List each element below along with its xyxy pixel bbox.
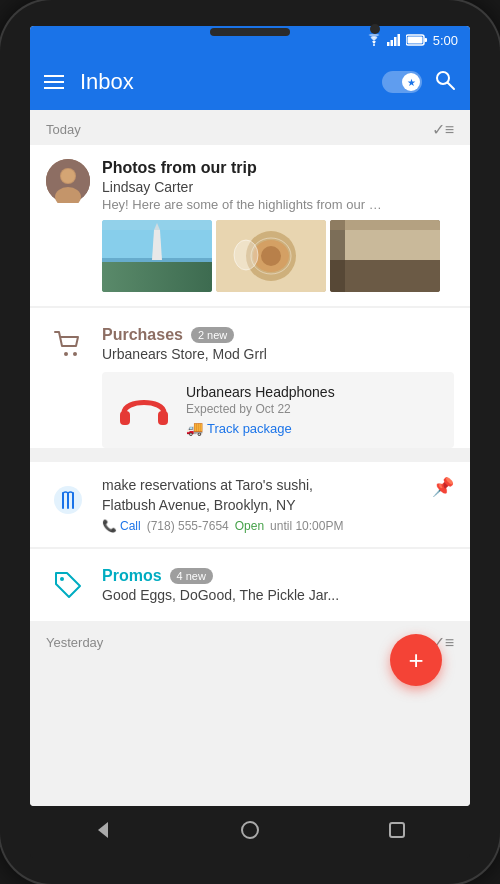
svg-rect-29 — [330, 220, 345, 292]
compose-fab[interactable]: + — [390, 634, 442, 686]
email-preview: Hey! Here are some of the highlights fro… — [102, 197, 382, 212]
svg-point-31 — [64, 352, 68, 356]
track-package-link[interactable]: 🚚 Track package — [186, 420, 442, 436]
star-toggle-button[interactable]: ★ — [382, 71, 422, 93]
purchases-title: Purchases — [102, 326, 183, 344]
svg-rect-2 — [390, 40, 393, 46]
svg-rect-30 — [330, 220, 440, 230]
svg-rect-42 — [390, 823, 404, 837]
headphones-image — [114, 385, 174, 435]
status-time: 5:00 — [433, 33, 458, 48]
purchases-info: Purchases 2 new Urbanears Store, Mod Grr… — [102, 326, 454, 362]
email-subject: Photos from our trip — [102, 159, 454, 177]
promos-title-row: Promos 4 new — [102, 567, 454, 585]
svg-rect-7 — [407, 37, 422, 44]
promos-title: Promos — [102, 567, 162, 585]
content-area: Today ✓≡ Photos f — [30, 110, 470, 806]
photo-3-image — [330, 220, 440, 292]
email-sender: Lindsay Carter — [102, 179, 454, 195]
phone-speaker — [210, 28, 290, 36]
purchases-subtitle: Urbanears Store, Mod Grrl — [102, 346, 454, 362]
photo-strip — [30, 220, 470, 306]
phone-frame: 5:00 Inbox ★ — [0, 0, 500, 884]
headphones-svg — [116, 385, 172, 435]
svg-point-32 — [73, 352, 77, 356]
headphones-details: Urbanears Headphones Expected by Oct 22 … — [186, 384, 442, 436]
photo-thumb-3 — [330, 220, 440, 292]
reminder-icon — [46, 476, 90, 520]
photo-thumb-1 — [102, 220, 212, 292]
star-toggle-knob: ★ — [402, 73, 420, 91]
svg-rect-1 — [387, 42, 390, 46]
wifi-icon — [366, 34, 382, 46]
promos-info: Promos 4 new Good Eggs, DoGood, The Pick… — [102, 567, 454, 603]
tag-icon-svg — [53, 570, 83, 600]
signal-icon — [387, 34, 401, 46]
promos-card[interactable]: Promos 4 new Good Eggs, DoGood, The Pick… — [30, 549, 470, 621]
svg-point-23 — [261, 246, 281, 266]
photo-2-image — [216, 220, 326, 292]
avatar-image — [46, 159, 90, 203]
svg-rect-33 — [120, 411, 130, 425]
reservation-info: make reservations at Taro's sushi, Flatb… — [102, 476, 420, 533]
recents-button[interactable] — [367, 812, 427, 853]
app-title: Inbox — [80, 69, 366, 95]
back-button[interactable] — [73, 812, 133, 853]
purchases-card[interactable]: Purchases 2 new Urbanears Store, Mod Grr… — [30, 308, 470, 448]
svg-rect-3 — [394, 37, 397, 46]
svg-line-9 — [448, 82, 455, 89]
search-button[interactable] — [434, 69, 456, 96]
reservation-actions: 📞 Call (718) 555-7654 Open until 10:00PM — [102, 519, 420, 533]
nav-bar — [30, 806, 470, 858]
menu-button[interactable] — [44, 75, 64, 89]
svg-rect-19 — [102, 220, 212, 230]
svg-point-25 — [234, 240, 258, 270]
phone-icon: 📞 — [102, 519, 117, 533]
email-info: Photos from our trip Lindsay Carter Hey!… — [102, 159, 454, 212]
reservation-text: make reservations at Taro's sushi, Flatb… — [102, 476, 420, 515]
phone-camera — [370, 24, 380, 34]
avatar — [46, 159, 90, 203]
svg-rect-34 — [158, 411, 168, 425]
call-number: (718) 555-7654 — [147, 519, 229, 533]
promos-subtitle: Good Eggs, DoGood, The Pickle Jar... — [102, 587, 454, 603]
app-bar-actions: ★ — [382, 69, 456, 96]
today-section-header: Today ✓≡ — [30, 110, 470, 145]
status-icons: 5:00 — [366, 33, 458, 48]
svg-marker-40 — [98, 822, 108, 838]
app-bar: Inbox ★ — [30, 54, 470, 110]
pin-icon: 📌 — [432, 476, 454, 498]
svg-rect-6 — [424, 38, 427, 42]
today-label: Today — [46, 122, 81, 137]
headphones-expected: Expected by Oct 22 — [186, 402, 442, 416]
purchases-header: Purchases 2 new Urbanears Store, Mod Grr… — [30, 308, 470, 372]
svg-point-41 — [242, 822, 258, 838]
photo-thumb-2 — [216, 220, 326, 292]
sushi-icon-svg — [53, 478, 83, 518]
promo-tag-icon — [46, 563, 90, 607]
mark-all-icon[interactable]: ✓≡ — [432, 120, 454, 139]
promos-badge: 4 new — [170, 568, 213, 584]
fab-icon: + — [408, 645, 423, 676]
open-badge: Open — [235, 519, 264, 533]
reservation-card[interactable]: make reservations at Taro's sushi, Flatb… — [30, 462, 470, 547]
shopping-cart-svg — [53, 330, 83, 358]
truck-icon: 🚚 — [186, 420, 203, 436]
svg-point-0 — [373, 44, 375, 46]
svg-rect-28 — [330, 260, 440, 292]
track-label: Track package — [207, 421, 292, 436]
svg-rect-15 — [102, 270, 212, 292]
email-card-header: Photos from our trip Lindsay Carter Hey!… — [30, 145, 470, 220]
cart-icon — [46, 322, 90, 366]
home-button[interactable] — [220, 812, 280, 853]
open-until: until 10:00PM — [270, 519, 343, 533]
headphones-name: Urbanears Headphones — [186, 384, 442, 400]
headphones-item: Urbanears Headphones Expected by Oct 22 … — [102, 372, 454, 448]
yesterday-label: Yesterday — [46, 635, 103, 650]
trip-photos-card[interactable]: Photos from our trip Lindsay Carter Hey!… — [30, 145, 470, 306]
svg-rect-4 — [397, 34, 400, 46]
purchases-title-row: Purchases 2 new — [102, 326, 454, 344]
svg-point-13 — [61, 169, 75, 183]
phone-screen: 5:00 Inbox ★ — [30, 26, 470, 806]
call-link[interactable]: 📞 Call — [102, 519, 141, 533]
